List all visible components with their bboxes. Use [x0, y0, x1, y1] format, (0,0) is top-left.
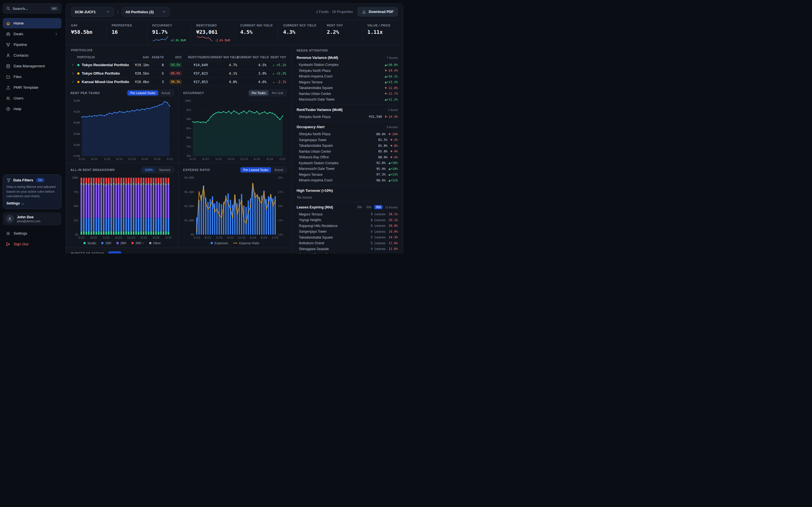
expand-chevron-icon[interactable] [71, 63, 77, 67]
cell-gav: ¥29.5bn [130, 71, 149, 75]
attention-item-meguro-terrace[interactable]: Meguro Terrace9 Leases18.1% [297, 212, 398, 217]
asset-delta: ▲+12% [389, 179, 398, 182]
sidebar-item-label: PMR Template [13, 86, 38, 90]
fund-select[interactable]: SCM-JUCF1 [71, 7, 114, 17]
cell-rent: ¥27,853 [182, 80, 208, 84]
toggle-option-actual[interactable]: Actual [159, 91, 173, 96]
toggle-option-actual[interactable]: Actual [271, 167, 286, 172]
toggle-option-per-leased-tsubo[interactable]: Per Leased Tsubo [128, 91, 158, 96]
download-pdf-button[interactable]: Download PDF [357, 7, 398, 17]
asset-name: Shinjuku North Plaza [299, 132, 331, 136]
attention-item-shinagawa-seaside[interactable]: Shinagawa Seaside4 Leases11.8% [297, 246, 398, 252]
topbar: SCM-JUCF1 / All Portfolios (3) 1 Funds ·… [66, 4, 403, 20]
sidebar-item-data-management[interactable]: Data Management [3, 61, 61, 71]
attention-section-meta: 7 Assets [387, 56, 398, 59]
asset-delta: 11.8% [389, 247, 398, 251]
portfolio-row-kansai-mixed-use-portfolio[interactable]: Kansai Mixed-Use Portfolio¥10.0bn390.3%¥… [71, 78, 286, 86]
toggle-option-stacked[interactable]: Stacked [156, 167, 173, 172]
range-option-30d[interactable]: 30d [355, 205, 364, 209]
attention-item-shinjuku-north-plaza[interactable]: Shinjuku North Plaza80.0%▼-10% [297, 131, 398, 137]
sidebar-item-files[interactable]: Files [3, 71, 61, 82]
portfolio-name: Tokyo Office Portfolio [77, 71, 130, 75]
kpi-rent-yoy: RENT YOY2.2% [322, 20, 362, 45]
attention-item-shibaura-bay-office[interactable]: Shibaura Bay Office88.0%▼-4% [297, 154, 398, 160]
toggle-option-per-leased-tsubo[interactable]: Per Leased Tsubo [241, 167, 271, 172]
attention-section-head: Leases Expiring (90d)30d60d90d16 Assets [297, 205, 398, 210]
portfolio-row-tokyo-residential-portfolio[interactable]: Tokyo Residential Portfolio¥19.1bn893.5%… [71, 61, 286, 69]
portfolio-color-dot [77, 64, 80, 66]
attention-item-kyobashi-station-complex[interactable]: Kyobashi Station Complex▲+30.8% [297, 62, 398, 68]
toggle-option-per-tsubo[interactable]: Per Tsubo [249, 91, 268, 96]
user-chip[interactable]: John Doe jdoe@demo.com [3, 212, 61, 225]
range-option-60d[interactable]: 60d [364, 205, 373, 209]
attention-item-takadanobaba-square[interactable]: Takadanobaba Square81.8%▼-8% [297, 143, 398, 149]
chart-canvas-all-in-rent-breakdown: 100%75%50%25%0%3/228/221/236/2311/234/24… [70, 175, 172, 240]
attention-item-kyobashi-station-complex[interactable]: Kyobashi Station Complex4 Leases37.5% [297, 252, 398, 253]
attention-item-roppongi-hills-residence[interactable]: Roppongi Hills Residence6 Leases20.8% [297, 223, 398, 229]
attention-section-count: 16 Assets [385, 206, 398, 209]
attention-section-count: 1 Asset [388, 108, 398, 112]
asset-name: Takadanobaba Square [299, 235, 333, 239]
kpi-value: 91.7% [152, 29, 186, 35]
kpi-value: 2.2% [327, 29, 357, 35]
attention-item-marunouchi-gate-tower[interactable]: Marunouchi Gate Tower▲+11.2% [297, 97, 398, 103]
attention-item-shinjuku-north-plaza[interactable]: Shinjuku North Plaza▼-24.4% [297, 68, 398, 74]
attention-item-minami-aoyama-court[interactable]: Minami-Aoyama Court98.0%▲+12% [297, 177, 398, 183]
range-option-90d[interactable]: 90d [374, 205, 383, 209]
attention-item-namba-urban-center[interactable]: Namba Urban Center85.8%▼-4% [297, 149, 398, 155]
attention-item-ikebukuro-grand[interactable]: Ikebukuro Grand5 Leases17.6% [297, 240, 398, 246]
attention-item-meguro-terrace[interactable]: Meguro Terrace97.3%▲+11% [297, 172, 398, 178]
portfolio-select[interactable]: All Portfolios (3) [122, 7, 170, 17]
sidebar-item-users[interactable]: Users [3, 93, 61, 103]
chart-canvas-expense-ratio: ¥8,000¥6,000¥4,000¥2,000¥032%27%22%17%12… [183, 175, 285, 240]
svg-text:6/23: 6/23 [115, 236, 122, 239]
sidebar-item-settings[interactable]: Settings [3, 228, 61, 238]
data-filters-settings-link[interactable]: Settings → [6, 202, 58, 205]
attention-item-takadanobaba-square[interactable]: Takadanobaba Square5 Leases14.3% [297, 235, 398, 240]
svg-text:25%: 25% [73, 219, 79, 222]
settings-label: Settings [13, 231, 28, 235]
main-area: SCM-JUCF1 / All Portfolios (3) 1 Funds ·… [64, 0, 406, 253]
attention-item-meguro-terrace[interactable]: Meguro Terrace▲+13.3% [297, 79, 398, 86]
sidebar-item-contacts[interactable]: Contacts [3, 50, 61, 61]
sidebar-item-home[interactable]: Home [3, 18, 61, 29]
attention-item-namba-urban-center[interactable]: Namba Urban Center▼-12.7% [297, 91, 398, 97]
chevron-right-icon [54, 32, 58, 36]
sidebar-item-help[interactable]: Help [3, 104, 61, 114]
sign-out-button[interactable]: Sign Out [3, 239, 61, 249]
asset-delta: ▼-3% [391, 138, 398, 142]
asset-name: Namba Urban Center [299, 92, 331, 96]
attention-item-minami-aoyama-court[interactable]: Minami-Aoyama Court▲+16.1% [297, 73, 398, 79]
fund-select-value: SCM-JUCF1 [75, 10, 96, 14]
sidebar-item-pipeline[interactable]: Pipeline [3, 40, 61, 50]
breadcrumb-separator: / [117, 10, 118, 14]
attention-item-sangenjaya-tower[interactable]: Sangenjaya Tower81.5%▼-3% [297, 137, 398, 143]
asset-value: 81.8% [378, 144, 388, 148]
toggle-option-100[interactable]: 100% [142, 167, 156, 172]
attention-item-takadanobaba-square[interactable]: Takadanobaba Square▼-12.8% [297, 85, 398, 91]
svg-text:¥14K: ¥14K [73, 154, 80, 158]
chart-toggle: 100%Stacked [141, 166, 174, 173]
svg-text:¥24K: ¥24K [73, 99, 80, 102]
cell-gav: ¥19.1bn [130, 63, 149, 67]
search-input[interactable]: Search... ⌘K [3, 3, 61, 13]
legend-dot-swatch [84, 242, 86, 244]
attention-item-kyobashi-station-complex[interactable]: Kyobashi Station Complex92.8%▲+18% [297, 160, 398, 166]
toggle-option-per-unit[interactable]: Per Unit [269, 91, 286, 96]
asset-delta: ▼-12.7% [385, 92, 398, 96]
expand-chevron-icon[interactable] [71, 71, 77, 75]
sidebar-item-deals[interactable]: Deals [3, 29, 61, 39]
svg-text:8/22: 8/22 [91, 236, 97, 239]
attention-item-sangenjaya-tower[interactable]: Sangenjaya Tower5 Leases19.0% [297, 229, 398, 235]
attention-item-shinjuku-north-plaza[interactable]: Shinjuku North Plaza¥31,590▼-14.9% [297, 114, 398, 120]
sidebar-item-pmr-template[interactable]: PMR Template [3, 82, 61, 93]
attention-item-yoyogi-heights[interactable]: Yoyogi Heights8 Leases20.2% [297, 217, 398, 223]
expand-chevron-icon[interactable] [71, 80, 77, 83]
attention-item-marunouchi-gate-tower[interactable]: Marunouchi Gate Tower95.0%▲+10% [297, 166, 398, 172]
svg-text:50%: 50% [73, 205, 79, 208]
budget-toggle[interactable] [108, 251, 121, 253]
portfolio-row-tokyo-office-portfolio[interactable]: Tokyo Office Portfolio¥29.5bn588.9%¥37,8… [71, 69, 286, 78]
asset-value: 81.5% [378, 138, 388, 142]
asset-delta: 19.0% [389, 230, 398, 233]
chart-rent-per-tsubo: RENT PER TSUBOPer Leased TsuboActual¥24K… [66, 86, 179, 163]
